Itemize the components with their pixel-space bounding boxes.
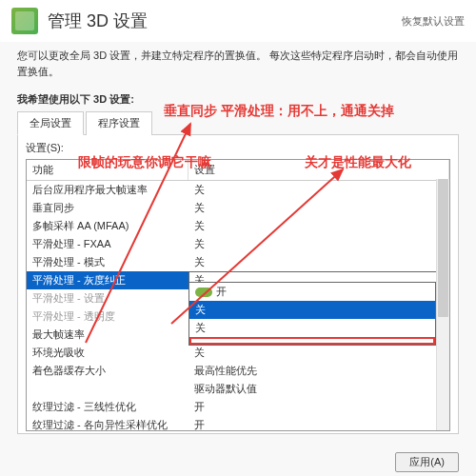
- row-value[interactable]: 关: [188, 181, 449, 199]
- table-row[interactable]: 平滑处理 - FXAA关: [27, 235, 449, 253]
- table-row[interactable]: 多帧采样 AA (MFAA)关: [27, 217, 449, 235]
- row-feature: 环境光吸收: [27, 344, 188, 362]
- row-feature: 垂直同步: [27, 199, 188, 217]
- scrollbar[interactable]: [436, 179, 449, 430]
- row-feature: 后台应用程序最大帧速率: [27, 181, 188, 199]
- row-feature: 平滑处理 - 模式: [27, 253, 188, 271]
- table-row[interactable]: 垂直同步关: [27, 199, 449, 217]
- page-title: 管理 3D 设置: [48, 10, 148, 32]
- restore-defaults-link[interactable]: 恢复默认设置: [402, 14, 465, 29]
- nvidia-logo-icon: [11, 8, 38, 34]
- row-value[interactable]: 关: [188, 199, 449, 217]
- settings-label: 设置(S):: [26, 141, 64, 155]
- row-value[interactable]: 关: [188, 344, 449, 362]
- table-row[interactable]: 后台应用程序最大帧速率关: [27, 181, 449, 199]
- row-value[interactable]: 关: [188, 217, 449, 235]
- row-value[interactable]: 最高性能优先: [188, 362, 449, 380]
- row-value[interactable]: 驱动器默认值: [188, 380, 449, 398]
- toggle-on-icon: [195, 288, 212, 297]
- table-row[interactable]: 平滑处理 - 模式关: [27, 253, 449, 271]
- row-feature: [27, 387, 188, 391]
- dropdown-option-empty[interactable]: [189, 337, 435, 345]
- row-feature: 平滑处理 - 灰度纠正: [27, 271, 188, 289]
- row-feature: 平滑处理 - 设置: [27, 289, 188, 307]
- row-value[interactable]: 关: [188, 253, 449, 271]
- section-label: 我希望使用以下 3D 设置:: [0, 83, 476, 110]
- footer: 应用(A): [395, 452, 459, 472]
- row-feature: 纹理过滤 - 各向异性采样优化: [27, 416, 188, 430]
- tab-program[interactable]: 程序设置: [86, 111, 152, 135]
- value-dropdown[interactable]: 开 关 关: [188, 282, 436, 346]
- dropdown-option-off2[interactable]: 关: [189, 319, 435, 337]
- table-row[interactable]: 着色器缓存大小最高性能优先: [27, 362, 449, 380]
- row-value[interactable]: 开: [188, 416, 449, 430]
- apply-button[interactable]: 应用(A): [395, 452, 459, 472]
- table-row[interactable]: 驱动器默认值: [27, 380, 449, 398]
- header: 管理 3D 设置 恢复默认设置: [0, 0, 476, 42]
- table-header: 功能 设置: [27, 160, 449, 181]
- dropdown-option-on[interactable]: 开: [189, 283, 435, 301]
- row-feature: 多帧采样 AA (MFAA): [27, 217, 188, 235]
- row-feature: 最大帧速率: [27, 326, 188, 344]
- scrollbar-thumb[interactable]: [438, 179, 448, 317]
- settings-table: 功能 设置 后台应用程序最大帧速率关垂直同步关多帧采样 AA (MFAA)关平滑…: [26, 159, 450, 431]
- tab-bar: 全局设置 程序设置: [17, 110, 459, 135]
- row-value[interactable]: 开: [188, 398, 449, 416]
- row-feature: 纹理过滤 - 三线性优化: [27, 398, 188, 416]
- col-setting[interactable]: 设置: [188, 160, 449, 180]
- description-text: 您可以更改全局 3D 设置，并建立特定程序的置换值。 每次这些特定程序启动时，都…: [0, 42, 476, 83]
- row-feature: 平滑处理 - 透明度: [27, 307, 188, 326]
- settings-panel: 设置(S): 功能 设置 后台应用程序最大帧速率关垂直同步关多帧采样 AA (M…: [17, 135, 459, 434]
- row-feature: 平滑处理 - FXAA: [27, 235, 188, 253]
- row-value[interactable]: 关: [188, 235, 449, 253]
- dropdown-option-off[interactable]: 关: [189, 301, 435, 319]
- table-row[interactable]: 环境光吸收关: [27, 344, 449, 362]
- table-row[interactable]: 纹理过滤 - 各向异性采样优化开: [27, 416, 449, 430]
- table-row[interactable]: 纹理过滤 - 三线性优化开: [27, 398, 449, 416]
- tab-global[interactable]: 全局设置: [17, 111, 84, 135]
- row-feature: 着色器缓存大小: [27, 362, 188, 380]
- col-feature[interactable]: 功能: [27, 160, 188, 180]
